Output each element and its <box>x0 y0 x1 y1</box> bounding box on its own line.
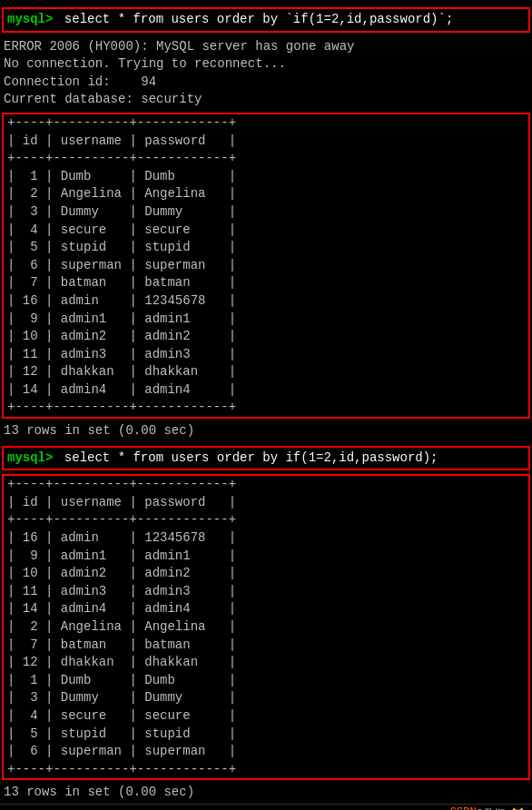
second-table-sep-bot: +----+----------+------------+ <box>7 761 525 779</box>
error-line-2: No connection. Trying to reconnect... <box>4 55 528 74</box>
table-row: | 3 | Dummy | Dummy | <box>7 203 525 222</box>
second-command-text: select * from users order by if(1=2,id,p… <box>64 450 438 465</box>
table-row: | 10 | admin2 | admin2 | <box>7 328 525 346</box>
error-line-3: Connection id: 94 <box>4 74 528 92</box>
table-row: | 10 | admin2 | admin2 | <box>7 565 525 583</box>
table-row: | 12 | dhakkan | dhakkan | <box>7 654 525 672</box>
table-row: | 9 | admin1 | admin1 | <box>7 311 525 329</box>
first-table-header: | id | username | password | <box>7 133 525 151</box>
table-row: | 7 | batman | batman | <box>7 637 525 655</box>
second-table-header: | id | username | password | <box>7 494 525 512</box>
table-row: | 12 | dhakkan | dhakkan | <box>7 363 525 381</box>
error-line-1: ERROR 2006 (HY000): MySQL server has gon… <box>4 38 528 56</box>
second-table-sep-mid: +----+----------+------------+ <box>7 511 525 529</box>
second-command-line: mysql> select * from users order by if(1… <box>7 449 525 468</box>
table-row: | 5 | stupid | stupid | <box>7 726 525 744</box>
prompt-mysql-2: mysql> <box>7 450 53 465</box>
prompt-gt-1 <box>54 12 62 26</box>
first-command-text: select * from users order by `if(1=2,id,… <box>64 12 453 26</box>
second-rows-info: 13 rows in set (0.00 sec) <box>0 782 532 804</box>
first-table-sep-bot: +----+----------+------------+ <box>7 399 525 417</box>
table-row: | 4 | secure | secure | <box>7 707 525 726</box>
second-table-box: +----+----------+------------+ | id | us… <box>2 474 530 780</box>
table-row: | 14 | admin4 | admin4 | <box>7 381 525 400</box>
table-row: | 5 | stupid | stupid | <box>7 239 525 257</box>
footer-author: @君衍 🐱 <box>477 806 525 810</box>
first-table-rows: | 1 | Dumb | Dumb || 2 | Angelina | Ange… <box>7 168 525 400</box>
table-row: | 2 | Angelina | Angelina | <box>7 618 525 637</box>
table-row: | 14 | admin4 | admin4 | <box>7 600 525 618</box>
terminal: mysql> select * from users order by `if(… <box>0 0 532 810</box>
first-rows-info: 13 rows in set (0.00 sec) <box>0 420 532 442</box>
table-row: | 9 | admin1 | admin1 | <box>7 548 525 566</box>
table-row: | 7 | batman | batman | <box>7 274 525 292</box>
table-row: | 1 | Dumb | Dumb | <box>7 672 525 690</box>
table-row: | 2 | Angelina | Angelina | <box>7 185 525 203</box>
table-row: | 11 | admin3 | admin3 | <box>7 346 525 364</box>
first-command-line: mysql> select * from users order by `if(… <box>7 11 525 29</box>
first-table-sep-top: +----+----------+------------+ <box>7 114 525 133</box>
second-command-box: mysql> select * from users order by if(1… <box>2 446 530 471</box>
footer: CSDN @君衍 🐱 <box>0 804 532 810</box>
table-row: | 3 | Dummy | Dummy | <box>7 689 525 707</box>
table-row: | 16 | admin | 12345678 | <box>7 292 525 311</box>
second-table-sep-top: +----+----------+------------+ <box>7 476 525 494</box>
first-table-box: +----+----------+------------+ | id | us… <box>2 113 530 419</box>
table-row: | 16 | admin | 12345678 | <box>7 529 525 548</box>
first-table-sep-mid: +----+----------+------------+ <box>7 150 525 168</box>
table-row: | 4 | secure | secure | <box>7 222 525 240</box>
error-line-4: Current database: security <box>4 91 528 109</box>
first-command-box: mysql> select * from users order by `if(… <box>2 7 530 33</box>
table-row: | 1 | Dumb | Dumb | <box>7 168 525 186</box>
footer-brand: CSDN <box>450 806 477 810</box>
second-table-rows: | 16 | admin | 12345678 || 9 | admin1 | … <box>7 529 525 761</box>
table-row: | 6 | superman | superman | <box>7 257 525 275</box>
error-block: ERROR 2006 (HY000): MySQL server has gon… <box>0 36 532 111</box>
table-row: | 6 | superman | superman | <box>7 743 525 761</box>
prompt-mysql-1: mysql> <box>7 12 53 26</box>
prompt-gt-2 <box>54 450 62 465</box>
table-row: | 11 | admin3 | admin3 | <box>7 583 525 601</box>
